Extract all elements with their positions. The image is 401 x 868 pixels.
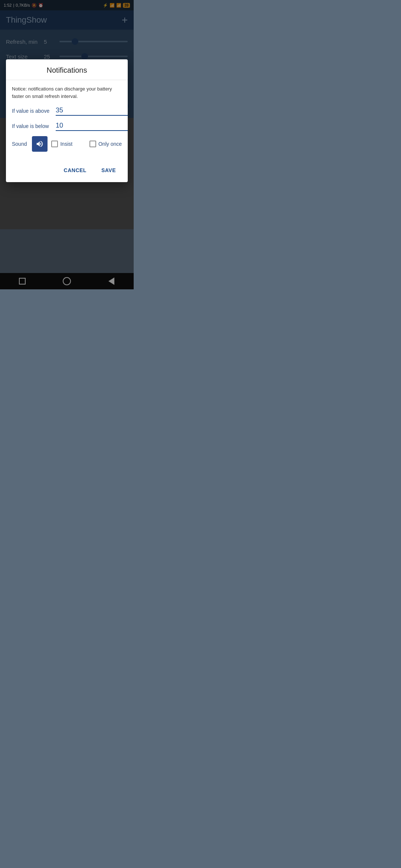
notice-text: Notice: notifications can discharge your… (12, 85, 122, 100)
dialog-buttons: CANCEL SAVE (6, 161, 128, 182)
value-above-label: If value is above (12, 108, 53, 114)
insist-checkbox-group[interactable]: Insist (51, 141, 72, 147)
value-below-input[interactable] (56, 121, 128, 131)
options-row: Sound Insist Only once (12, 136, 122, 152)
only-once-label: Only once (98, 141, 122, 147)
insist-label: Insist (60, 141, 72, 147)
dialog-body: Notice: notifications can discharge your… (6, 80, 128, 161)
notifications-dialog: Notifications Notice: notifications can … (6, 59, 128, 182)
cancel-button[interactable]: CANCEL (58, 164, 92, 176)
value-below-row: If value is below (12, 121, 122, 131)
insist-checkbox[interactable] (51, 141, 58, 147)
sound-label: Sound (12, 141, 27, 147)
value-above-input[interactable] (56, 106, 128, 116)
value-below-label: If value is below (12, 123, 53, 129)
only-once-checkbox-group[interactable]: Only once (89, 141, 122, 147)
save-button[interactable]: SAVE (95, 164, 122, 176)
dialog-title: Notifications (6, 59, 128, 80)
value-above-row: If value is above (12, 106, 122, 116)
only-once-checkbox[interactable] (89, 141, 96, 147)
sound-button[interactable] (32, 136, 48, 152)
